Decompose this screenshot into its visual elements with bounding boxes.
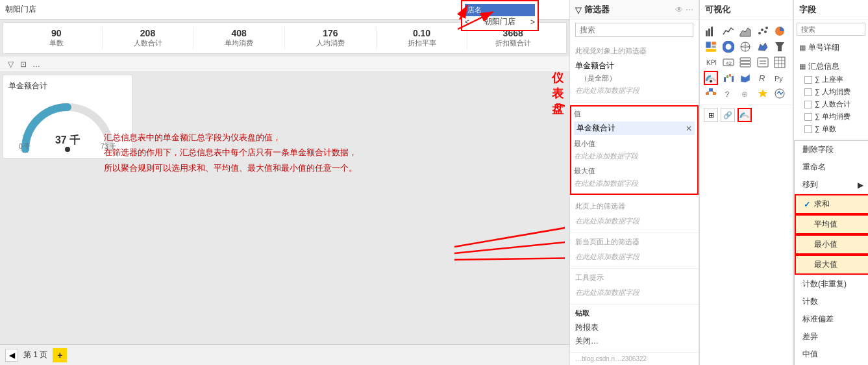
filter-header: ▽ 筛选器 👁 ⋯ (570, 0, 699, 20)
stat-label-1: 人数合计 (108, 38, 188, 48)
viz-icon-kpi[interactable]: KPI (704, 55, 718, 69)
viz-header: 可视化 (700, 0, 793, 20)
viz-icon-line[interactable] (721, 24, 736, 38)
stat-value-2: 408 (199, 28, 279, 38)
fields-item-2: ∑ 人数合计 (799, 98, 863, 110)
filter-item-value-0: （是全部） (575, 73, 693, 83)
viz-icon-treemap[interactable] (704, 40, 718, 54)
focus-icon[interactable]: ⊡ (18, 59, 29, 69)
svg-text:42: 42 (726, 60, 732, 66)
stat-label-2: 单均消费 (199, 38, 279, 48)
viz-icon-donut[interactable] (721, 40, 736, 54)
page-add-btn[interactable]: + (53, 348, 67, 362)
stat-item-1: 208 人数合计 (103, 27, 194, 49)
fields-group-summary: ▦ 汇总信息 ∑ 上座率 ∑ 人均消费 ∑ 人数合计 ∑ 单均消费 (794, 57, 868, 138)
canvas-area: 朝阳门店 90 单数 208 人数合计 408 单均消费 176 人均消费 0.… (0, 0, 569, 365)
filter-item-label-0: 单金额合计 (575, 60, 614, 71)
gauge-value: 37 千 (55, 134, 80, 147)
filter-search-input[interactable] (575, 23, 693, 37)
context-menu-count-label: 计数 (802, 296, 818, 307)
viz-icon-filled-map[interactable] (756, 40, 770, 54)
viz-icon-python[interactable]: Py (773, 71, 787, 85)
svg-point-0 (65, 147, 70, 152)
annotation-line3: 所以聚合规则可以选用求和、平均值、最大值和最小值的任意一个。 (104, 160, 357, 175)
context-menu-max[interactable]: 最大值 (795, 255, 868, 275)
context-menu-stdev[interactable]: 标准偏差 (795, 310, 868, 328)
fields-group-title-summary[interactable]: ▦ 汇总信息 (799, 60, 863, 73)
context-menu-count-distinct-label: 计数(非重复) (802, 279, 847, 290)
svg-line-50 (711, 91, 714, 92)
context-menu-sum[interactable]: ✓ 求和 (795, 194, 868, 214)
format-icon-active[interactable] (738, 108, 752, 122)
svg-rect-18 (712, 45, 716, 48)
fields-search-input[interactable] (797, 23, 865, 36)
viz-icon-r[interactable]: R (756, 71, 770, 85)
viz-icon-scatter[interactable] (756, 24, 770, 38)
stat-label-3: 人均消费 (290, 38, 371, 48)
stat-value-3: 176 (290, 28, 371, 38)
context-menu-rename[interactable]: 重命名 (795, 158, 868, 176)
fields-checkbox-1[interactable] (804, 88, 812, 96)
svg-rect-42 (729, 74, 731, 77)
gauge-label-annotation: 仪表盘 (552, 70, 569, 117)
filter-allpages-hint: 在此处添加数据字段 (575, 249, 693, 264)
context-menu-variance[interactable]: 差异 (795, 328, 868, 346)
viz-icon-map[interactable] (738, 40, 752, 54)
viz-icon-slicer[interactable] (756, 55, 770, 69)
viz-icon-card[interactable]: 42 (721, 55, 736, 69)
viz-icon-gauge[interactable] (704, 71, 718, 85)
svg-rect-31 (758, 58, 768, 67)
viz-icon-ribbon[interactable] (738, 71, 752, 85)
viz-icon-waterfall[interactable] (721, 71, 736, 85)
svg-line-5 (454, 257, 565, 260)
slicer-prev-btn[interactable]: < (465, 18, 469, 27)
filter-icon[interactable]: ▽ (5, 59, 16, 69)
viz-icon-decomp[interactable] (704, 86, 718, 101)
viz-icon-pie[interactable] (773, 24, 787, 38)
format-icon-2[interactable]: 🔗 (721, 108, 735, 122)
fields-panel: 字段 ▦ 单号详细 ▦ 汇总信息 ∑ 上座率 (793, 0, 868, 365)
context-menu-move[interactable]: 移到 ▶ (795, 176, 868, 194)
svg-line-49 (707, 91, 711, 92)
context-menu-median[interactable]: 中值 (795, 346, 868, 363)
filter-max-hint: 在此处添加数据字段 (574, 176, 695, 191)
fields-group-order-detail: ▦ 单号详细 (794, 38, 868, 57)
context-menu-delete[interactable]: 删除字段 (795, 141, 868, 158)
fields-checkbox-4[interactable] (804, 125, 812, 133)
filter-item-0[interactable]: 单金额合计 (575, 58, 693, 73)
format-icon-1[interactable]: ⊞ (704, 108, 718, 122)
slicer-next-btn[interactable]: > (530, 18, 535, 27)
filter-value-item-close[interactable]: ✕ (686, 124, 692, 133)
viz-icon-analytics[interactable] (773, 86, 787, 101)
context-menu-count-distinct[interactable]: 计数(非重复) (795, 275, 868, 293)
fields-checkbox-0[interactable] (804, 76, 812, 84)
viz-panel: 可视化 (699, 0, 793, 365)
viz-icon-multirow-card[interactable] (738, 55, 752, 69)
stat-label-4: 折扣平率 (382, 38, 462, 48)
viz-icon-funnel[interactable] (773, 40, 787, 54)
viz-icon-format[interactable] (756, 86, 770, 101)
stat-value-4: 0.10 (382, 28, 462, 38)
top-bar-title: 朝阳门店 (5, 4, 36, 15)
fields-item-0: ∑ 上座率 (799, 73, 863, 86)
viz-icon-table[interactable] (773, 55, 787, 69)
context-menu-count[interactable]: 计数 (795, 293, 868, 310)
context-menu-avg[interactable]: 平均值 (795, 214, 868, 234)
svg-marker-24 (775, 42, 784, 51)
context-menu-avg-label: 平均值 (814, 219, 837, 230)
filter-panel: ▽ 筛选器 👁 ⋯ 此视觉对象上的筛选器 单金额合计 （是全部） 在此处添加数据… (569, 0, 699, 365)
fields-item-label-2: ∑ 人数合计 (815, 99, 850, 109)
viz-icon-custom[interactable]: ⊕ (738, 86, 752, 101)
fields-item-label-1: ∑ 人均消费 (815, 87, 850, 97)
context-menu: 删除字段 重命名 移到 ▶ ✓ 求和 平均值 (794, 140, 868, 365)
viz-icon-qna[interactable]: ? (721, 86, 736, 101)
viz-icon-area[interactable] (738, 24, 752, 38)
page-nav-prev[interactable]: ◀ (5, 349, 18, 362)
more-icon[interactable]: … (31, 59, 42, 69)
fields-group-title-order[interactable]: ▦ 单号详细 (799, 41, 863, 55)
fields-checkbox-2[interactable] (804, 101, 812, 108)
fields-checkbox-3[interactable] (804, 113, 812, 121)
arrows-overlay (0, 0, 565, 365)
context-menu-min[interactable]: 最小值 (795, 234, 868, 255)
viz-icon-bar[interactable] (704, 24, 718, 38)
